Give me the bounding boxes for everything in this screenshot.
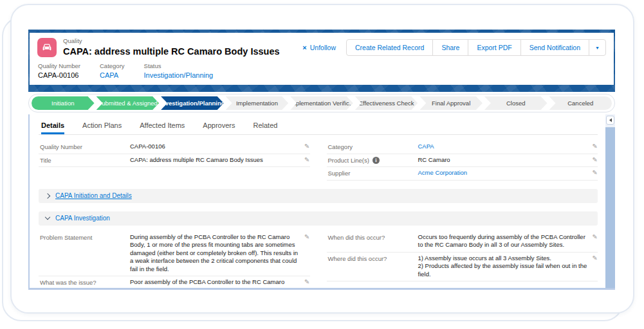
field-row-quality-number: Quality Number CAPA-00106 ✎ (39, 141, 310, 154)
field-value: Occurs too frequently during assembly of… (418, 233, 587, 249)
field-value: CAPA-00106 (130, 143, 299, 151)
edit-pencil-icon[interactable]: ✎ (304, 233, 309, 241)
edit-pencil-icon[interactable]: ✎ (593, 254, 598, 262)
field-row-problem-statement: Problem Statement During assembly of the… (39, 231, 310, 277)
record-actions: × Unfollow Create Related Record Share E… (302, 39, 606, 56)
chevron-down-icon: ▼ (595, 46, 600, 50)
field-row-category: Category CAPA ✎ (327, 141, 598, 154)
window-card: Quality CAPA: address multiple RC Camaro… (10, 4, 634, 314)
summary-field-quality-number: Quality Number CAPA-00106 (38, 62, 80, 79)
field-label: Quality Number (38, 62, 80, 69)
stage-final-approval[interactable]: Final Approval (419, 96, 483, 110)
create-related-record-button[interactable]: Create Related Record (346, 39, 433, 56)
tab-action-plans[interactable]: Action Plans (82, 121, 122, 134)
action-button-group: Create Related Record Share Export PDF S… (346, 39, 606, 56)
fields-left-column: Quality Number CAPA-00106 ✎ Title CAPA: … (39, 141, 310, 181)
stage-effectiveness-check[interactable]: Effectiveness Check (355, 96, 418, 110)
field-label: Category (100, 62, 125, 69)
record-header-banner: Quality CAPA: address multiple RC Camaro… (28, 30, 615, 92)
car-icon (41, 42, 53, 53)
field-row-supplier: Supplier Acme Corporation ✎ (327, 167, 598, 181)
chevron-down-icon (45, 215, 50, 220)
category-link[interactable]: CAPA (418, 143, 587, 151)
edit-pencil-icon[interactable]: ✎ (593, 156, 598, 164)
chevron-right-icon (45, 193, 50, 198)
record-title-block: Quality CAPA: address multiple RC Camaro… (63, 38, 280, 57)
quality-record-page: Quality CAPA: address multiple RC Camaro… (28, 30, 615, 280)
field-label: Quality Number (40, 143, 130, 150)
stage-implementation[interactable]: Implementation (226, 96, 289, 110)
field-label: What was the issue? (40, 278, 130, 286)
scroll-arrow-button[interactable] (606, 116, 614, 125)
edit-pencil-icon[interactable]: ✎ (304, 143, 309, 150)
section-title: CAPA Initiation and Details (55, 192, 132, 199)
record-body: Details Action Plans Affected Items Appr… (28, 114, 615, 290)
send-notification-button[interactable]: Send Notification (520, 39, 589, 56)
field-row-what-was-the-issue: What was the issue? Poor assembly of the… (39, 276, 310, 288)
field-label: Category (328, 143, 418, 150)
detail-fields-top: Quality Number CAPA-00106 ✎ Title CAPA: … (39, 141, 598, 181)
fields-right-column: When did this occur? Occurs too frequent… (327, 231, 598, 289)
fields-left-column: Problem Statement During assembly of the… (39, 231, 310, 289)
edit-pencil-icon[interactable]: ✎ (593, 169, 598, 177)
field-value: RC Camaro (418, 156, 587, 164)
field-label: Status (144, 62, 214, 69)
record-tabs: Details Action Plans Affected Items Appr… (39, 116, 598, 135)
summary-field-status: Status Investigation/Planning (144, 62, 214, 79)
quality-object-icon (37, 38, 57, 57)
vertical-scrollbar[interactable] (605, 114, 615, 288)
field-label: Where did this occur? (328, 254, 418, 262)
detail-fields-investigation: Problem Statement During assembly of the… (39, 231, 598, 289)
stage-closed[interactable]: Closed (484, 96, 547, 110)
section-capa-investigation[interactable]: CAPA Investigation (39, 211, 598, 226)
section-capa-initiation-and-details[interactable]: CAPA Initiation and Details (39, 189, 598, 203)
record-header-card: Quality CAPA: address multiple RC Camaro… (30, 33, 614, 85)
share-button[interactable]: Share (432, 39, 468, 56)
field-label: Title (40, 156, 130, 164)
path-bar: Initiation Submitted & Assigned Investig… (28, 94, 615, 112)
section-title: CAPA Investigation (55, 215, 110, 222)
status-link[interactable]: Investigation/Planning (144, 71, 214, 79)
field-value: 1) Assembly issue occurs at all 3 Assemb… (418, 254, 587, 279)
record-title: CAPA: address multiple RC Camaro Body Is… (63, 46, 280, 57)
tab-related[interactable]: Related (253, 121, 277, 134)
edit-pencil-icon[interactable]: ✎ (304, 156, 309, 164)
scrollbar-thumb[interactable] (605, 127, 615, 288)
record-header-top: Quality CAPA: address multiple RC Camaro… (30, 33, 614, 60)
unfollow-label: Unfollow (310, 44, 336, 51)
field-label-text: Product Line(s) (328, 157, 369, 164)
stage-initiation[interactable]: Initiation (32, 96, 95, 110)
export-pdf-button[interactable]: Export PDF (468, 39, 520, 56)
field-row-product-lines: Product Line(s) i RC Camaro ✎ (327, 154, 598, 168)
field-row-title: Title CAPA: address multiple RC Camaro B… (39, 154, 310, 168)
tab-affected-items[interactable]: Affected Items (140, 121, 185, 134)
info-icon[interactable]: i (373, 157, 380, 164)
category-link[interactable]: CAPA (100, 71, 125, 79)
edit-pencil-icon[interactable]: ✎ (593, 233, 598, 241)
fields-right-column: Category CAPA ✎ Product Line(s) i RC Cam… (327, 141, 598, 181)
tab-approvers[interactable]: Approvers (203, 121, 235, 134)
edit-pencil-icon[interactable]: ✎ (304, 278, 309, 286)
field-label: Product Line(s) i (328, 156, 418, 164)
close-icon: × (302, 44, 306, 51)
triangle-left-icon (609, 118, 612, 122)
stage-canceled[interactable]: Canceled (549, 96, 612, 110)
stage-implementation-verification[interactable]: Implementation Verific... (290, 96, 353, 110)
tab-details[interactable]: Details (41, 121, 64, 134)
field-label: Supplier (328, 169, 418, 177)
more-actions-button[interactable]: ▼ (589, 39, 606, 56)
summary-field-category: Category CAPA (100, 62, 125, 79)
field-value: Poor assembly of the PCBA Controller to … (130, 278, 299, 288)
record-summary-fields: Quality Number CAPA-00106 Category CAPA … (30, 60, 614, 85)
stage-investigation-planning[interactable]: Investigation/Planning (161, 96, 224, 110)
field-value: During assembly of the PCBA Controller t… (130, 233, 299, 274)
field-label: When did this occur? (328, 233, 418, 241)
field-row-where-did-this-occur: Where did this occur? 1) Assembly issue … (327, 253, 598, 282)
unfollow-button[interactable]: × Unfollow (302, 44, 336, 51)
supplier-link[interactable]: Acme Corporation (418, 169, 587, 177)
edit-pencil-icon[interactable]: ✎ (593, 143, 598, 150)
field-value: CAPA-00106 (38, 71, 80, 79)
stage-submitted-assigned[interactable]: Submitted & Assigned (97, 96, 160, 110)
field-value: CAPA: address multiple RC Camaro Body Is… (130, 156, 299, 164)
object-label: Quality (63, 38, 280, 45)
